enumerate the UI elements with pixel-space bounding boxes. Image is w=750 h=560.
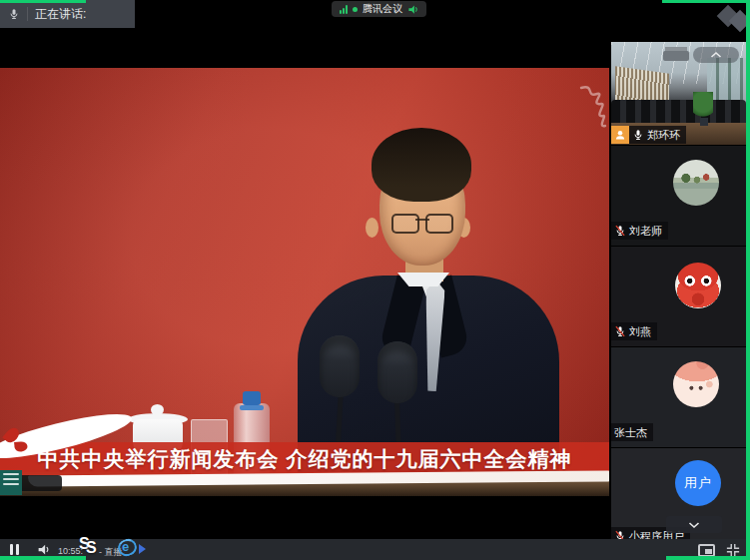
participant-tile-miniprogram-user[interactable]: 用户 小程序用户 — [611, 448, 746, 547]
participant-tile-liulaoshi[interactable]: 刘老师 — [611, 146, 746, 246]
collapse-list-button[interactable] — [666, 516, 722, 533]
participant-avatar — [673, 361, 719, 407]
screen-share-border-top-right — [662, 0, 750, 3]
active-speaker-header: 正在讲话: — [0, 0, 135, 28]
participant-avatar — [673, 160, 719, 206]
microphone-left — [320, 335, 360, 397]
person-badge-icon — [611, 126, 629, 144]
screen-share-border-right — [746, 0, 750, 560]
pause-button[interactable] — [10, 544, 22, 555]
signal-strength-icon — [340, 5, 348, 14]
active-speaker-label: 正在讲话: — [35, 6, 86, 23]
speaker-glasses — [391, 214, 453, 234]
mic-muted-icon — [614, 325, 626, 337]
room-plant-pot — [700, 118, 708, 126]
participant-tile-zhenghuanhuan[interactable]: 郑环环 — [611, 42, 746, 145]
internet-explorer-icon[interactable]: e — [118, 537, 137, 556]
participant-tile-liuyan[interactable]: 刘燕 — [611, 247, 746, 346]
status-dot-icon — [353, 7, 358, 12]
speaker-hair — [372, 128, 471, 202]
screen-share-border-bottom-left — [0, 556, 86, 560]
participant-avatar — [675, 263, 721, 308]
blue-play-badge-icon — [139, 544, 146, 554]
broadcast-watermark — [575, 82, 607, 132]
microphone-icon — [8, 8, 20, 20]
screen-share-border-top-left — [0, 0, 86, 3]
room-projector — [663, 51, 689, 61]
water-bottle-ring — [240, 405, 264, 410]
broadcast-info-tab — [22, 475, 62, 491]
speaker-ear-left — [366, 218, 378, 238]
mic-on-icon — [632, 129, 644, 141]
chevron-up-icon — [710, 51, 722, 59]
speaker-icon — [407, 4, 418, 15]
participant-tile-zhangshijie[interactable]: 张士杰 — [611, 347, 746, 447]
shared-screen-video[interactable]: 中共中央举行新闻发布会 介绍党的十九届六中全会精神 — [0, 68, 609, 496]
news-caption-text: 中共中央举行新闻发布会 介绍党的十九届六中全会精神 — [38, 445, 572, 473]
participant-name: 郑环环 — [647, 128, 680, 143]
participant-name-tag: 张士杰 — [611, 423, 653, 441]
participant-name-tag: 郑环环 — [611, 126, 686, 144]
avatar-initial: 用户 — [684, 474, 712, 492]
chevron-down-icon — [688, 521, 700, 529]
water-bottle-cap — [243, 391, 261, 405]
mic-muted-icon — [614, 225, 626, 237]
broadcast-info-box — [0, 470, 22, 495]
screen-share-border-bottom-right — [666, 556, 750, 560]
participant-name: 刘老师 — [629, 224, 662, 239]
ss-logo-icon: SS — [79, 535, 103, 557]
participant-name-tag: 刘燕 — [611, 322, 657, 340]
microphone-right — [377, 341, 417, 403]
collapse-panel-button[interactable] — [693, 47, 739, 63]
meeting-pill-label: 腾讯会议 — [363, 1, 402, 17]
participant-name: 张士杰 — [614, 425, 647, 440]
participant-name: 刘燕 — [629, 324, 651, 339]
teacup-knob — [151, 404, 164, 415]
header-divider — [27, 7, 28, 21]
participant-name-tag: 刘老师 — [611, 222, 668, 240]
participant-avatar: 用户 — [675, 460, 721, 506]
exit-fullscreen-button[interactable] — [726, 543, 740, 557]
volume-button[interactable] — [37, 543, 50, 556]
meeting-status-pill[interactable]: 腾讯会议 — [332, 1, 426, 17]
